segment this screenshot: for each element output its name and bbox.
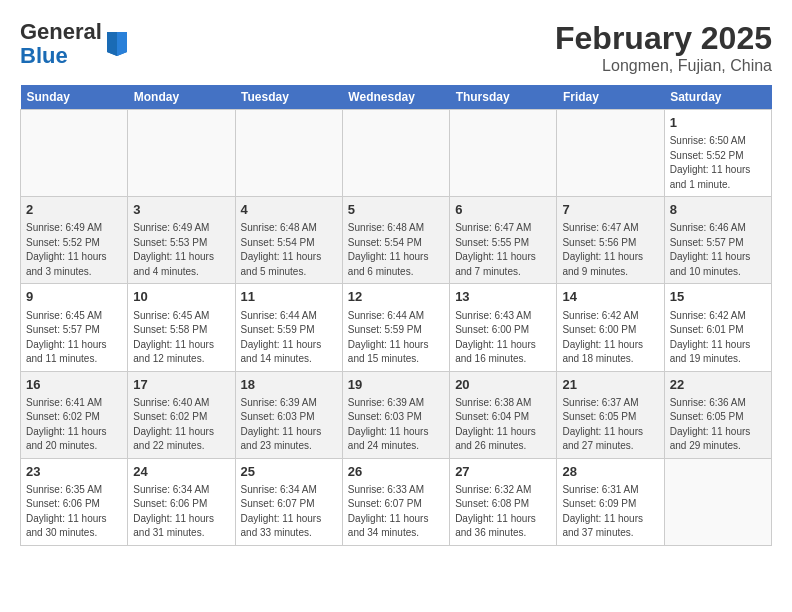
calendar-day-cell: 12Sunrise: 6:44 AM Sunset: 5:59 PM Dayli… — [342, 284, 449, 371]
day-info: Sunrise: 6:43 AM Sunset: 6:00 PM Dayligh… — [455, 309, 551, 367]
calendar-day-cell: 16Sunrise: 6:41 AM Sunset: 6:02 PM Dayli… — [21, 371, 128, 458]
calendar-day-cell — [557, 110, 664, 197]
calendar-week-row: 1Sunrise: 6:50 AM Sunset: 5:52 PM Daylig… — [21, 110, 772, 197]
calendar-day-cell: 3Sunrise: 6:49 AM Sunset: 5:53 PM Daylig… — [128, 197, 235, 284]
calendar-day-cell: 22Sunrise: 6:36 AM Sunset: 6:05 PM Dayli… — [664, 371, 771, 458]
day-number: 20 — [455, 376, 551, 394]
calendar-day-cell: 4Sunrise: 6:48 AM Sunset: 5:54 PM Daylig… — [235, 197, 342, 284]
header: General Blue February 2025 Longmen, Fuji… — [20, 20, 772, 75]
calendar-day-cell: 27Sunrise: 6:32 AM Sunset: 6:08 PM Dayli… — [450, 458, 557, 545]
dow-header: Wednesday — [342, 85, 449, 110]
day-number: 27 — [455, 463, 551, 481]
day-number: 19 — [348, 376, 444, 394]
calendar-day-cell: 7Sunrise: 6:47 AM Sunset: 5:56 PM Daylig… — [557, 197, 664, 284]
day-number: 1 — [670, 114, 766, 132]
calendar-week-row: 2Sunrise: 6:49 AM Sunset: 5:52 PM Daylig… — [21, 197, 772, 284]
day-info: Sunrise: 6:34 AM Sunset: 6:07 PM Dayligh… — [241, 483, 337, 541]
calendar-day-cell: 20Sunrise: 6:38 AM Sunset: 6:04 PM Dayli… — [450, 371, 557, 458]
day-number: 15 — [670, 288, 766, 306]
day-number: 7 — [562, 201, 658, 219]
day-info: Sunrise: 6:45 AM Sunset: 5:58 PM Dayligh… — [133, 309, 229, 367]
day-info: Sunrise: 6:38 AM Sunset: 6:04 PM Dayligh… — [455, 396, 551, 454]
day-info: Sunrise: 6:46 AM Sunset: 5:57 PM Dayligh… — [670, 221, 766, 279]
calendar-week-row: 23Sunrise: 6:35 AM Sunset: 6:06 PM Dayli… — [21, 458, 772, 545]
calendar-day-cell — [21, 110, 128, 197]
day-number: 22 — [670, 376, 766, 394]
calendar-day-cell: 1Sunrise: 6:50 AM Sunset: 5:52 PM Daylig… — [664, 110, 771, 197]
month-title: February 2025 — [555, 20, 772, 57]
day-number: 2 — [26, 201, 122, 219]
day-info: Sunrise: 6:36 AM Sunset: 6:05 PM Dayligh… — [670, 396, 766, 454]
day-number: 3 — [133, 201, 229, 219]
day-number: 24 — [133, 463, 229, 481]
day-number: 28 — [562, 463, 658, 481]
day-info: Sunrise: 6:48 AM Sunset: 5:54 PM Dayligh… — [241, 221, 337, 279]
calendar-day-cell: 2Sunrise: 6:49 AM Sunset: 5:52 PM Daylig… — [21, 197, 128, 284]
calendar-day-cell: 11Sunrise: 6:44 AM Sunset: 5:59 PM Dayli… — [235, 284, 342, 371]
calendar-day-cell: 26Sunrise: 6:33 AM Sunset: 6:07 PM Dayli… — [342, 458, 449, 545]
dow-header: Thursday — [450, 85, 557, 110]
day-number: 12 — [348, 288, 444, 306]
dow-header: Saturday — [664, 85, 771, 110]
day-number: 10 — [133, 288, 229, 306]
calendar-day-cell: 5Sunrise: 6:48 AM Sunset: 5:54 PM Daylig… — [342, 197, 449, 284]
svg-marker-1 — [117, 32, 127, 56]
calendar-day-cell: 14Sunrise: 6:42 AM Sunset: 6:00 PM Dayli… — [557, 284, 664, 371]
calendar-day-cell — [342, 110, 449, 197]
day-info: Sunrise: 6:48 AM Sunset: 5:54 PM Dayligh… — [348, 221, 444, 279]
logo-icon — [105, 28, 129, 56]
day-info: Sunrise: 6:35 AM Sunset: 6:06 PM Dayligh… — [26, 483, 122, 541]
calendar-day-cell: 15Sunrise: 6:42 AM Sunset: 6:01 PM Dayli… — [664, 284, 771, 371]
day-info: Sunrise: 6:39 AM Sunset: 6:03 PM Dayligh… — [348, 396, 444, 454]
calendar-day-cell: 23Sunrise: 6:35 AM Sunset: 6:06 PM Dayli… — [21, 458, 128, 545]
day-info: Sunrise: 6:37 AM Sunset: 6:05 PM Dayligh… — [562, 396, 658, 454]
logo-blue: Blue — [20, 44, 102, 68]
day-info: Sunrise: 6:32 AM Sunset: 6:08 PM Dayligh… — [455, 483, 551, 541]
day-number: 9 — [26, 288, 122, 306]
svg-marker-2 — [107, 32, 117, 56]
day-info: Sunrise: 6:47 AM Sunset: 5:56 PM Dayligh… — [562, 221, 658, 279]
calendar-day-cell — [664, 458, 771, 545]
day-number: 13 — [455, 288, 551, 306]
calendar-day-cell: 21Sunrise: 6:37 AM Sunset: 6:05 PM Dayli… — [557, 371, 664, 458]
calendar-table: SundayMondayTuesdayWednesdayThursdayFrid… — [20, 85, 772, 546]
day-number: 5 — [348, 201, 444, 219]
days-of-week-row: SundayMondayTuesdayWednesdayThursdayFrid… — [21, 85, 772, 110]
day-info: Sunrise: 6:45 AM Sunset: 5:57 PM Dayligh… — [26, 309, 122, 367]
calendar-day-cell: 28Sunrise: 6:31 AM Sunset: 6:09 PM Dayli… — [557, 458, 664, 545]
day-number: 25 — [241, 463, 337, 481]
logo-general: General — [20, 20, 102, 44]
day-number: 17 — [133, 376, 229, 394]
day-info: Sunrise: 6:41 AM Sunset: 6:02 PM Dayligh… — [26, 396, 122, 454]
dow-header: Monday — [128, 85, 235, 110]
day-info: Sunrise: 6:44 AM Sunset: 5:59 PM Dayligh… — [348, 309, 444, 367]
title-area: February 2025 Longmen, Fujian, China — [555, 20, 772, 75]
dow-header: Sunday — [21, 85, 128, 110]
calendar-day-cell: 8Sunrise: 6:46 AM Sunset: 5:57 PM Daylig… — [664, 197, 771, 284]
day-info: Sunrise: 6:49 AM Sunset: 5:52 PM Dayligh… — [26, 221, 122, 279]
calendar-day-cell: 19Sunrise: 6:39 AM Sunset: 6:03 PM Dayli… — [342, 371, 449, 458]
day-info: Sunrise: 6:42 AM Sunset: 6:01 PM Dayligh… — [670, 309, 766, 367]
dow-header: Tuesday — [235, 85, 342, 110]
day-number: 6 — [455, 201, 551, 219]
day-number: 16 — [26, 376, 122, 394]
calendar-day-cell: 6Sunrise: 6:47 AM Sunset: 5:55 PM Daylig… — [450, 197, 557, 284]
day-info: Sunrise: 6:47 AM Sunset: 5:55 PM Dayligh… — [455, 221, 551, 279]
day-info: Sunrise: 6:44 AM Sunset: 5:59 PM Dayligh… — [241, 309, 337, 367]
day-number: 8 — [670, 201, 766, 219]
day-number: 23 — [26, 463, 122, 481]
day-info: Sunrise: 6:50 AM Sunset: 5:52 PM Dayligh… — [670, 134, 766, 192]
day-info: Sunrise: 6:34 AM Sunset: 6:06 PM Dayligh… — [133, 483, 229, 541]
day-number: 18 — [241, 376, 337, 394]
calendar-week-row: 9Sunrise: 6:45 AM Sunset: 5:57 PM Daylig… — [21, 284, 772, 371]
calendar-day-cell: 25Sunrise: 6:34 AM Sunset: 6:07 PM Dayli… — [235, 458, 342, 545]
calendar-day-cell — [450, 110, 557, 197]
day-number: 14 — [562, 288, 658, 306]
day-info: Sunrise: 6:39 AM Sunset: 6:03 PM Dayligh… — [241, 396, 337, 454]
day-info: Sunrise: 6:49 AM Sunset: 5:53 PM Dayligh… — [133, 221, 229, 279]
calendar-day-cell: 17Sunrise: 6:40 AM Sunset: 6:02 PM Dayli… — [128, 371, 235, 458]
calendar-day-cell: 13Sunrise: 6:43 AM Sunset: 6:00 PM Dayli… — [450, 284, 557, 371]
location-title: Longmen, Fujian, China — [555, 57, 772, 75]
calendar-week-row: 16Sunrise: 6:41 AM Sunset: 6:02 PM Dayli… — [21, 371, 772, 458]
calendar-body: 1Sunrise: 6:50 AM Sunset: 5:52 PM Daylig… — [21, 110, 772, 546]
